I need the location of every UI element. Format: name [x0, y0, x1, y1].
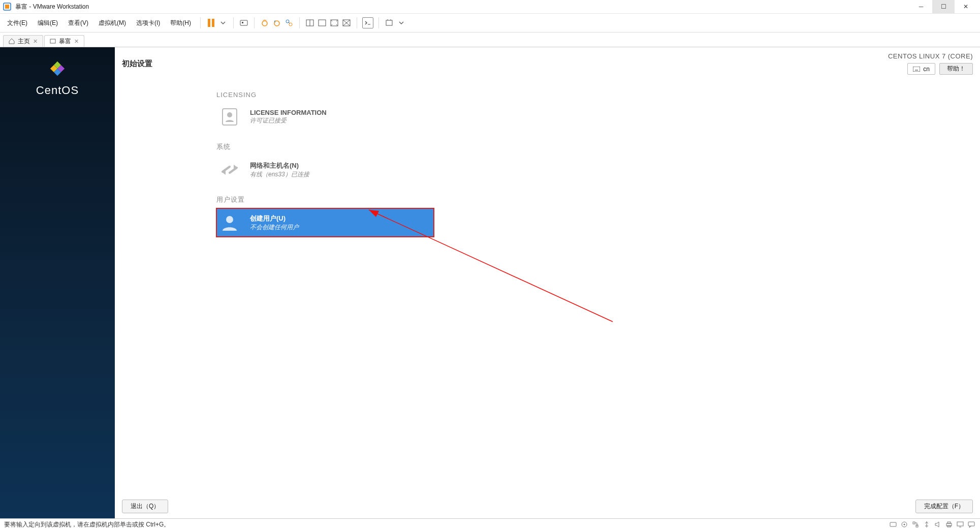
quit-button[interactable]: 退出（Q） [122, 500, 168, 513]
category-system: 系统 [216, 142, 674, 151]
spoke-license-sub: 许可证已接受 [250, 116, 327, 125]
user-icon [218, 211, 241, 234]
network-icon [218, 159, 241, 181]
workspace: CentOS 初始设置 CENTOS LINUX 7 (CORE) cn 帮助！… [0, 47, 980, 518]
keyboard-layout-code: cn [923, 66, 930, 73]
svg-rect-38 [957, 522, 963, 526]
window-maximize-button[interactable]: ☐ [932, 0, 955, 13]
keyboard-icon [913, 67, 920, 72]
menu-view[interactable]: 查看(V) [64, 17, 92, 29]
spoke-user-sub: 不会创建任何用户 [250, 223, 299, 232]
spoke-network-sub: 有线（ens33）已连接 [250, 170, 309, 179]
initial-setup-title: 初始设置 [122, 59, 152, 69]
spoke-network-title: 网络和主机名(N) [250, 161, 309, 170]
status-disk-icon[interactable] [889, 520, 898, 528]
status-printer-icon[interactable] [944, 520, 954, 528]
menu-file[interactable]: 文件(E) [3, 17, 31, 29]
window-titlebar: 暴富 - VMware Workstation ─ ☐ ✕ [0, 0, 980, 14]
pause-button[interactable] [206, 18, 216, 28]
status-cd-icon[interactable] [900, 520, 909, 528]
spoke-license[interactable]: LICENSE INFORMATION 许可证已接受 [216, 103, 434, 131]
window-minimize-button[interactable]: ─ [910, 0, 932, 13]
status-usb-icon[interactable] [922, 520, 931, 528]
svg-point-27 [226, 216, 233, 223]
svg-rect-1 [5, 5, 9, 9]
quick-switch-icon[interactable] [362, 17, 373, 28]
send-ctrl-alt-del-icon[interactable] [239, 18, 249, 28]
spoke-user-title: 创建用户(U) [250, 214, 299, 223]
power-dropdown-icon[interactable] [218, 18, 228, 28]
menu-vm[interactable]: 虚拟机(M) [94, 17, 130, 29]
vmware-icon [3, 3, 11, 11]
tab-vm-close[interactable]: ✕ [74, 38, 79, 45]
svg-rect-36 [947, 522, 951, 523]
svg-point-4 [262, 21, 267, 26]
status-sound-icon[interactable] [933, 520, 942, 528]
view-unity-icon[interactable] [341, 18, 352, 28]
snapshot-take-icon[interactable] [260, 18, 270, 28]
tab-home-label: 主页 [18, 37, 30, 46]
snapshot-revert-icon[interactable] [272, 18, 282, 28]
menu-edit[interactable]: 编辑(E) [34, 17, 62, 29]
view-single-icon[interactable] [305, 18, 315, 28]
status-message-icon[interactable] [967, 520, 976, 528]
tab-vm-label: 暴富 [59, 37, 71, 46]
view-console-icon[interactable] [317, 18, 327, 28]
finish-config-button[interactable]: 完成配置（F） [915, 500, 973, 513]
fullscreen-icon[interactable] [384, 18, 394, 28]
os-label: CENTOS LINUX 7 (CORE) [888, 52, 973, 60]
tab-vm[interactable]: 暴富 ✕ [44, 35, 84, 47]
window-title: 暴富 - VMware Workstation [15, 3, 89, 11]
statusbar-hint: 要将输入定向到该虚拟机，请在虚拟机内部单击或按 Ctrl+G。 [4, 520, 170, 529]
svg-rect-10 [319, 20, 326, 26]
view-stretch-icon[interactable] [329, 18, 339, 28]
svg-rect-33 [913, 522, 915, 524]
svg-rect-14 [386, 20, 392, 25]
svg-rect-20 [913, 67, 920, 72]
license-icon [218, 106, 241, 128]
tab-strip: 主页 ✕ 暴富 ✕ [0, 33, 980, 47]
status-network-icon[interactable] [911, 520, 920, 528]
svg-point-32 [904, 524, 905, 525]
svg-rect-40 [968, 522, 974, 526]
tab-home[interactable]: 主页 ✕ [3, 35, 43, 47]
spoke-license-title: LICENSE INFORMATION [250, 109, 327, 116]
svg-rect-15 [50, 39, 55, 43]
status-display-icon[interactable] [956, 520, 965, 528]
vm-tab-icon [50, 38, 56, 44]
home-icon [9, 38, 15, 44]
centos-logo: CentOS [36, 57, 79, 97]
svg-rect-30 [890, 522, 896, 526]
menu-help[interactable]: 帮助(H) [166, 17, 195, 29]
statusbar: 要将输入定向到该虚拟机，请在虚拟机内部单击或按 Ctrl+G。 [0, 518, 980, 528]
guest-screen[interactable]: 初始设置 CENTOS LINUX 7 (CORE) cn 帮助！ LICENS… [115, 47, 980, 518]
centos-brand-text: CentOS [36, 84, 79, 97]
tab-home-close[interactable]: ✕ [33, 38, 38, 45]
spoke-network[interactable]: 网络和主机名(N) 有线（ens33）已连接 [216, 156, 434, 184]
category-licensing: LICENSING [216, 91, 674, 99]
svg-point-26 [227, 112, 232, 117]
spoke-create-user[interactable]: 创建用户(U) 不会创建任何用户 [216, 208, 434, 237]
help-button[interactable]: 帮助！ [939, 63, 973, 75]
snapshot-manager-icon[interactable] [284, 18, 294, 28]
guest-sidebar: CentOS [0, 47, 115, 518]
keyboard-layout-button[interactable]: cn [907, 63, 935, 75]
menubar: 文件(E) 编辑(E) 查看(V) 虚拟机(M) 选项卡(I) 帮助(H) [0, 14, 980, 33]
category-user: 用户设置 [216, 195, 674, 204]
svg-point-5 [274, 21, 279, 26]
svg-rect-3 [242, 22, 243, 23]
fullscreen-dropdown-icon[interactable] [396, 18, 406, 28]
svg-rect-2 [240, 20, 247, 25]
menu-tabs[interactable]: 选项卡(I) [132, 17, 164, 29]
window-close-button[interactable]: ✕ [955, 0, 977, 13]
